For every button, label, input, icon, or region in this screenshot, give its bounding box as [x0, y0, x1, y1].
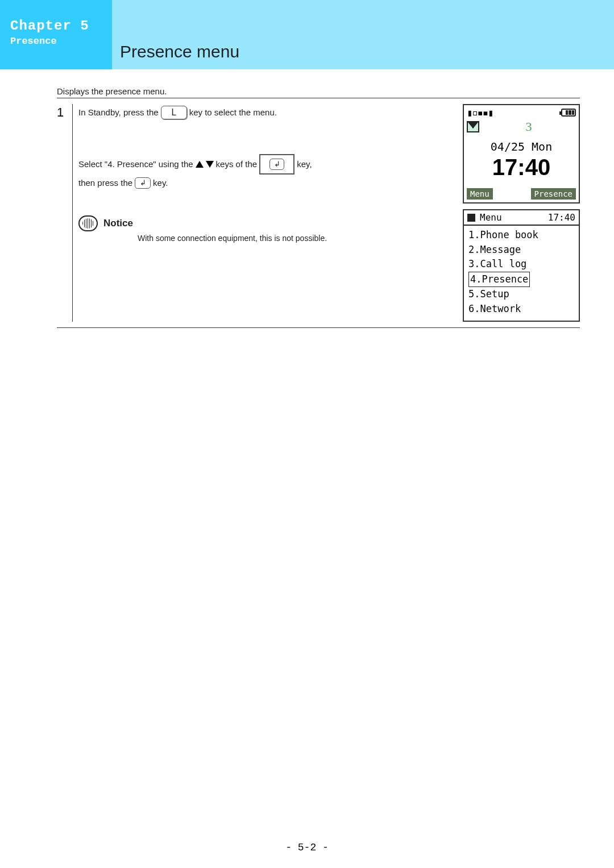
intro-text: Displays the presence menu.: [57, 86, 580, 98]
chapter-subtitle: Presence: [10, 36, 112, 47]
menu-item-network[interactable]: 6.Network: [468, 302, 575, 317]
menu-title-bar: Menu 17:40: [464, 210, 579, 226]
phone-screen-standby: ▮▫▪▪▮ 3 04/25 Mon 17:40 Menu Presence: [463, 104, 580, 203]
text: key,: [297, 156, 312, 173]
page-title: Presence menu: [120, 42, 239, 61]
enter-key-icon: ↲: [135, 177, 151, 189]
square-icon: [467, 214, 475, 222]
softkey-bar: Menu Presence: [464, 186, 579, 202]
header-banner: Chapter 5 Presence Presence menu: [0, 0, 614, 69]
spacer: [78, 121, 456, 154]
menu-clock: 17:40: [548, 212, 575, 223]
screen-date: 04/25 Mon: [464, 140, 579, 153]
menu-item-calllog[interactable]: 3.Call log: [468, 257, 575, 272]
envelope-icon: [467, 121, 479, 132]
chapter-title: Chapter 5: [10, 18, 112, 34]
menu-item-phonebook[interactable]: 1.Phone book: [468, 228, 575, 243]
indicator-number: 3: [482, 119, 576, 134]
notice-icon: [78, 215, 98, 231]
menu-list: 1.Phone book 2.Message 3.Call log 4.Pres…: [464, 226, 579, 321]
title-block: Presence menu: [112, 0, 614, 69]
l-key-icon: L: [161, 106, 187, 119]
battery-icon: [561, 109, 576, 117]
screens-column: ▮▫▪▪▮ 3 04/25 Mon 17:40 Menu Presence: [463, 104, 580, 322]
text: then press the: [78, 175, 132, 192]
step-body: In Standby, press the L key to select th…: [73, 104, 463, 322]
step-number: 1: [57, 104, 73, 322]
text: key to select the menu.: [189, 104, 277, 121]
enter-symbol-icon: ↲: [269, 159, 284, 170]
content-area: Displays the presence menu. 1 In Standby…: [57, 86, 580, 328]
up-arrow-icon: [196, 161, 204, 168]
text: key.: [153, 175, 168, 192]
notice-label: Notice: [103, 218, 133, 229]
step-line-3: then press the ↲ key.: [78, 175, 456, 192]
notice-text: With some connection equipment, this is …: [138, 234, 456, 243]
step-line-1: In Standby, press the L key to select th…: [78, 104, 456, 121]
text: Select "4. Presence" using the: [78, 156, 193, 173]
softkey-menu[interactable]: Menu: [467, 188, 493, 200]
text: keys of the: [216, 156, 258, 173]
text: In Standby, press the: [78, 104, 159, 121]
menu-item-presence[interactable]: 4.Presence: [468, 272, 530, 288]
page-footer: - 5-2 -: [0, 842, 614, 853]
signal-icon: ▮▫▪▪▮: [467, 107, 493, 118]
menu-item-setup[interactable]: 5.Setup: [468, 287, 575, 302]
status-bar: ▮▫▪▪▮: [464, 105, 579, 118]
menu-title: Menu: [480, 212, 502, 223]
notice-row: Notice: [78, 215, 456, 231]
softkey-presence[interactable]: Presence: [531, 188, 576, 200]
step-line-2: Select "4. Presence" using the keys of t…: [78, 154, 456, 175]
nav-key-icon: ↲: [259, 154, 294, 175]
menu-item-message[interactable]: 2.Message: [468, 243, 575, 258]
down-arrow-icon: [206, 161, 214, 168]
icon-row: 3: [464, 118, 579, 135]
phone-screen-menu: Menu 17:40 1.Phone book 2.Message 3.Call…: [463, 209, 580, 322]
step-row: 1 In Standby, press the L key to select …: [57, 98, 580, 328]
screen-time: 17:40: [464, 155, 579, 180]
chapter-block: Chapter 5 Presence: [0, 0, 112, 69]
